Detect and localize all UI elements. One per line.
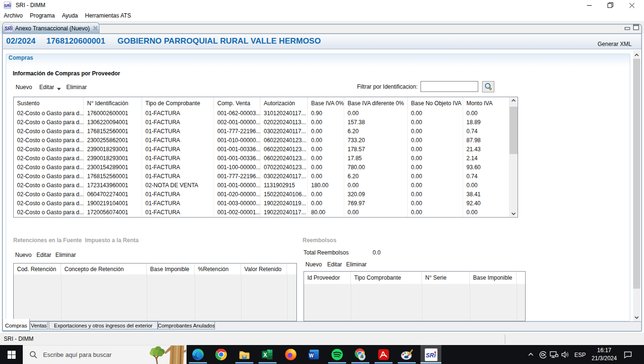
filter-search-button[interactable] bbox=[482, 81, 494, 92]
reembolsos-nuevo-button[interactable]: Nuevo bbox=[305, 261, 322, 268]
table-scroll-down-icon[interactable] bbox=[510, 212, 518, 215]
tab-anexo-transaccional[interactable]: SRi Anexo Transaccional (Nuevo) bbox=[2, 22, 99, 34]
column-header[interactable]: Monto IVA bbox=[463, 97, 510, 109]
column-header[interactable]: Base Imponible bbox=[470, 272, 517, 284]
taskbar-icon-edge[interactable] bbox=[188, 345, 208, 364]
view-scrollbar[interactable] bbox=[633, 50, 640, 322]
retenciones-eliminar-button[interactable]: Eliminar bbox=[55, 252, 76, 258]
view-scroll-down-icon[interactable] bbox=[633, 314, 640, 321]
taskbar-icon-paint[interactable] bbox=[396, 345, 417, 364]
retenciones-editar-button[interactable]: Editar bbox=[36, 252, 51, 258]
filter-input[interactable] bbox=[420, 81, 478, 92]
table-row[interactable]: 02-Costo o Gasto para d...17681525600010… bbox=[14, 127, 518, 136]
column-header[interactable]: N° Identificación bbox=[84, 97, 142, 109]
table-cell: 0.00 bbox=[408, 127, 463, 136]
compras-table[interactable]: SustentoN° IdentificaciónTipo de Comprob… bbox=[13, 97, 518, 218]
taskbar-icon-firefox[interactable] bbox=[280, 345, 301, 364]
column-header[interactable]: Concepto de Retención bbox=[61, 264, 147, 274]
compras-editar-dropdown-icon[interactable] bbox=[57, 85, 61, 92]
search-highlight-image[interactable] bbox=[146, 346, 186, 364]
compras-editar-button[interactable]: Editar bbox=[39, 84, 54, 91]
reembolsos-eliminar-button[interactable]: Eliminar bbox=[346, 261, 367, 268]
table-cell: 0.00 bbox=[463, 109, 510, 118]
table-row[interactable]: 02-Costo o Gasto para d...17200560740010… bbox=[14, 208, 518, 217]
retenciones-table[interactable]: Cod. RetenciónConcepto de RetenciónBase … bbox=[13, 263, 297, 321]
menu-programa[interactable]: Programa bbox=[30, 12, 55, 19]
reembolsos-table[interactable]: Id ProveedorTipo ComprobanteN° SerieBase… bbox=[304, 271, 526, 321]
column-header[interactable]: Autorización bbox=[260, 97, 308, 109]
table-cell: 92.40 bbox=[463, 199, 510, 208]
tray-volume-icon[interactable] bbox=[561, 351, 570, 360]
tray-language[interactable]: ESP bbox=[574, 352, 586, 358]
start-button[interactable] bbox=[0, 345, 23, 364]
taskbar-icon-word[interactable]: W bbox=[304, 345, 324, 364]
view-scroll-up-icon[interactable] bbox=[633, 51, 640, 58]
menu-ayuda[interactable]: Ayuda bbox=[62, 12, 78, 19]
bottom-tab-compras[interactable]: Compras bbox=[2, 319, 30, 331]
table-row[interactable]: 02-Costo o Gasto para d...23900182930010… bbox=[14, 154, 518, 163]
column-header[interactable]: Id Proveedor bbox=[304, 272, 351, 284]
column-header[interactable]: N° Serie bbox=[422, 272, 470, 284]
taskbar-icon-sri-dimm[interactable]: SRi bbox=[420, 345, 441, 364]
column-header[interactable]: Sustento bbox=[14, 97, 84, 109]
bottom-tab-exportaciones-y-otros-ingresos-del-exterior[interactable]: Exportaciones y otros ingresos del exter… bbox=[49, 321, 158, 329]
reembolsos-editar-button[interactable]: Editar bbox=[327, 261, 342, 268]
bottom-tab-comprobantes-anulados[interactable]: Comprobantes Anulados bbox=[158, 321, 215, 329]
taskbar-icon-excel[interactable]: X bbox=[257, 345, 278, 364]
column-header[interactable]: Base IVA diferente 0% bbox=[344, 97, 408, 109]
table-cell: 769.97 bbox=[344, 199, 408, 208]
table-row[interactable]: 02-Costo o Gasto para d...17231439600010… bbox=[14, 181, 518, 190]
view-minimize-icon[interactable] bbox=[625, 25, 630, 32]
minimize-button[interactable] bbox=[579, 0, 600, 10]
column-header[interactable]: Tipo Comprobante bbox=[351, 272, 422, 284]
taskbar-icon-acrobat[interactable] bbox=[373, 345, 394, 364]
taskbar-icon-spotify[interactable] bbox=[327, 345, 348, 364]
table-scrollbar[interactable] bbox=[510, 98, 518, 217]
column-header[interactable]: Comp. Venta bbox=[214, 97, 260, 109]
column-header[interactable]: Valor Retenido bbox=[241, 264, 287, 274]
tray-notifications-icon[interactable] bbox=[624, 351, 632, 360]
tray-chevron-up-icon[interactable] bbox=[527, 351, 535, 359]
window-titlebar: SRi SRI - DIMM bbox=[0, 0, 644, 10]
taskbar-icon-file-explorer[interactable] bbox=[234, 345, 255, 364]
table-row[interactable]: 02-Costo o Gasto para d...23900182930010… bbox=[14, 145, 518, 154]
generar-xml-button[interactable]: Generar XML bbox=[598, 40, 632, 48]
table-row[interactable]: 02-Costo o Gasto para d...17600026000010… bbox=[14, 109, 518, 118]
table-row[interactable]: 02-Costo o Gasto para d...19002191040010… bbox=[14, 199, 518, 208]
menu-herramientas-ats[interactable]: Herramientas ATS bbox=[85, 12, 131, 19]
compras-nuevo-button[interactable]: Nuevo bbox=[16, 84, 32, 91]
column-header[interactable]: %Retención bbox=[195, 264, 241, 274]
taskbar-icon-chrome-shortcut[interactable] bbox=[350, 345, 371, 364]
table-row[interactable]: 02-Costo o Gasto para d...13062200940010… bbox=[14, 118, 518, 127]
table-cell: 060220240123... bbox=[260, 136, 308, 145]
column-separator bbox=[147, 274, 147, 321]
view-maximize-icon[interactable] bbox=[633, 24, 639, 32]
close-button[interactable] bbox=[621, 0, 643, 10]
table-scroll-up-icon[interactable] bbox=[510, 99, 518, 102]
table-row[interactable]: 02-Costo o Gasto para d...17681525600010… bbox=[14, 172, 518, 181]
table-row[interactable]: 02-Costo o Gasto para d...23002558620010… bbox=[14, 136, 518, 145]
column-header[interactable]: Cod. Retención bbox=[14, 264, 61, 274]
column-header[interactable]: Base Imponible bbox=[147, 264, 195, 274]
menu-archivo[interactable]: Archivo bbox=[4, 12, 23, 19]
retenciones-nuevo-button[interactable]: Nuevo bbox=[15, 252, 32, 258]
column-header[interactable]: Base No Objeto IVA bbox=[408, 97, 463, 109]
column-header[interactable]: Tipo de Comprobante bbox=[142, 97, 214, 109]
statusbar-text: SRI - DIMM bbox=[4, 336, 34, 342]
taskbar-icon-chrome[interactable] bbox=[211, 345, 232, 364]
view-scroll-thumb[interactable] bbox=[633, 59, 640, 289]
tray-meet-now-icon[interactable] bbox=[539, 351, 547, 360]
restore-button[interactable] bbox=[599, 0, 621, 10]
bottom-tab-ventas[interactable]: Ventas bbox=[30, 321, 48, 329]
column-header[interactable]: Base IVA 0% bbox=[308, 97, 344, 109]
compras-eliminar-button[interactable]: Eliminar bbox=[66, 84, 87, 91]
table-cell: 01-FACTURA bbox=[142, 118, 214, 127]
tab-close-icon[interactable] bbox=[93, 26, 98, 31]
table-row[interactable]: 02-Costo o Gasto para d...23001542890010… bbox=[14, 163, 518, 172]
table-cell: 6.20 bbox=[344, 127, 408, 136]
table-row[interactable]: 02-Costo o Gasto para d...06047022740010… bbox=[14, 190, 518, 199]
taskbar-search[interactable]: Escribe aquí para buscar bbox=[23, 345, 187, 364]
tray-clock[interactable]: 16:17 21/3/2024 bbox=[591, 346, 617, 363]
table-scroll-thumb[interactable] bbox=[510, 107, 518, 154]
tray-network-icon[interactable] bbox=[550, 351, 559, 360]
